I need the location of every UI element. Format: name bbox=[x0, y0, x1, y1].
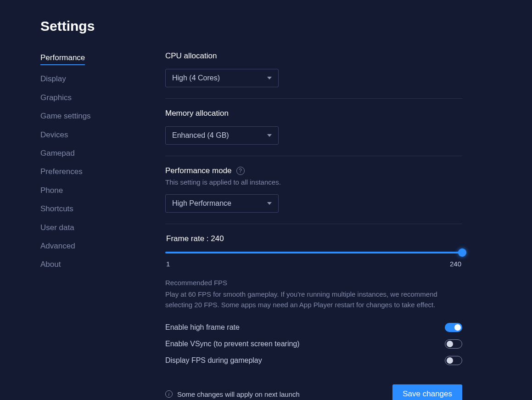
frame-rate-max: 240 bbox=[450, 260, 461, 268]
sidebar-item-devices[interactable]: Devices bbox=[40, 130, 68, 140]
cpu-allocation-value: High (4 Cores) bbox=[172, 74, 220, 82]
memory-allocation-label: Memory allocation bbox=[165, 109, 462, 118]
recommended-fps-text: Play at 60 FPS for smooth gameplay. If y… bbox=[165, 289, 462, 310]
frame-rate-section: Frame rate : 240 1 240 Recommended FPS P… bbox=[165, 234, 462, 369]
sidebar-item-about[interactable]: About bbox=[40, 260, 61, 269]
performance-mode-value: High Performance bbox=[172, 199, 231, 208]
recommended-fps-title: Recommended FPS bbox=[165, 279, 462, 287]
help-icon[interactable]: ? bbox=[236, 167, 245, 175]
frame-rate-label: Frame rate : 240 bbox=[165, 234, 462, 243]
sidebar-item-phone[interactable]: Phone bbox=[40, 186, 63, 195]
memory-allocation-section: Memory allocation Enhanced (4 GB) bbox=[165, 109, 462, 156]
chevron-down-icon bbox=[267, 134, 272, 137]
page-title: Settings bbox=[40, 18, 532, 34]
info-icon: i bbox=[165, 390, 173, 398]
sidebar-item-display[interactable]: Display bbox=[40, 74, 66, 84]
high-frame-rate-row: Enable high frame rate bbox=[165, 319, 462, 336]
sidebar-item-user-data[interactable]: User data bbox=[40, 223, 74, 232]
vsync-row: Enable VSync (to prevent screen tearing) bbox=[165, 336, 462, 352]
frame-rate-min: 1 bbox=[166, 260, 170, 268]
footer-note-text: Some changes will apply on next launch bbox=[177, 390, 300, 398]
vsync-toggle[interactable] bbox=[445, 339, 462, 349]
sidebar-item-performance[interactable]: Performance bbox=[40, 53, 85, 65]
save-changes-button[interactable]: Save changes bbox=[392, 384, 462, 400]
high-frame-rate-label: Enable high frame rate bbox=[165, 323, 240, 332]
display-fps-label: Display FPS during gameplay bbox=[165, 356, 262, 365]
sidebar-item-shortcuts[interactable]: Shortcuts bbox=[40, 204, 73, 214]
cpu-allocation-section: CPU allocation High (4 Cores) bbox=[165, 51, 462, 99]
sidebar-item-gamepad[interactable]: Gamepad bbox=[40, 149, 75, 158]
chevron-down-icon bbox=[267, 202, 272, 205]
sidebar-item-preferences[interactable]: Preferences bbox=[40, 167, 83, 176]
display-fps-row: Display FPS during gameplay bbox=[165, 352, 462, 369]
footer: i Some changes will apply on next launch… bbox=[165, 384, 462, 400]
performance-mode-label: Performance mode bbox=[165, 166, 232, 175]
vsync-label: Enable VSync (to prevent screen tearing) bbox=[165, 340, 300, 348]
cpu-allocation-select[interactable]: High (4 Cores) bbox=[165, 69, 279, 87]
performance-mode-section: Performance mode ? This setting is appli… bbox=[165, 166, 462, 224]
chevron-down-icon bbox=[267, 77, 272, 79]
sidebar-item-graphics[interactable]: Graphics bbox=[40, 93, 72, 102]
high-frame-rate-toggle[interactable] bbox=[445, 323, 462, 332]
performance-mode-select[interactable]: High Performance bbox=[165, 194, 279, 213]
cpu-allocation-label: CPU allocation bbox=[165, 51, 462, 61]
performance-mode-note: This setting is applied to all instances… bbox=[165, 178, 462, 186]
settings-sidebar: PerformanceDisplayGraphicsGame settingsD… bbox=[40, 51, 165, 400]
sidebar-item-advanced[interactable]: Advanced bbox=[40, 242, 75, 251]
slider-thumb[interactable] bbox=[458, 248, 466, 257]
memory-allocation-value: Enhanced (4 GB) bbox=[172, 131, 229, 140]
sidebar-item-game-settings[interactable]: Game settings bbox=[40, 112, 91, 121]
display-fps-toggle[interactable] bbox=[445, 356, 462, 365]
memory-allocation-select[interactable]: Enhanced (4 GB) bbox=[165, 126, 279, 145]
settings-content: CPU allocation High (4 Cores) Memory all… bbox=[165, 51, 532, 400]
frame-rate-slider[interactable] bbox=[165, 248, 462, 257]
